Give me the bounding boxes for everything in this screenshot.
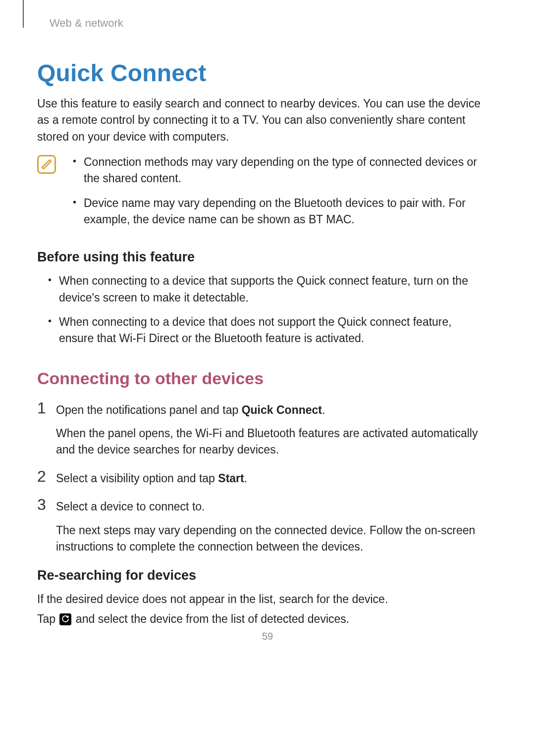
page-title: Quick Connect <box>37 59 485 87</box>
step-number: 1 <box>37 400 49 416</box>
step-number: 3 <box>37 497 49 512</box>
step-text-post: . <box>322 403 325 416</box>
before-heading: Before using this feature <box>37 250 485 265</box>
before-list: When connecting to a device that support… <box>46 273 485 347</box>
crop-mark <box>23 0 24 28</box>
page-number: 59 <box>0 631 535 642</box>
step-follow: When the panel opens, the Wi-Fi and Blue… <box>56 425 485 458</box>
step-text: Open the notifications panel and tap Qui… <box>56 402 485 418</box>
research-p2-post: and select the device from the list of d… <box>72 612 349 625</box>
breadcrumb: Web & network <box>50 17 485 30</box>
step-2: 2 Select a visibility option and tap Sta… <box>37 470 485 487</box>
page-content: Web & network Quick Connect Use this fea… <box>0 0 535 627</box>
step-body: Select a device to connect to. The next … <box>56 499 485 555</box>
note-block: Connection methods may vary depending on… <box>37 154 485 236</box>
step-text: Select a visibility option and tap Start… <box>56 470 485 487</box>
step-follow: The next steps may vary depending on the… <box>56 522 485 555</box>
step-text-bold: Start <box>218 472 244 485</box>
step-text-pre: Select a visibility option and tap <box>56 472 218 485</box>
step-body: Select a visibility option and tap Start… <box>56 470 485 487</box>
refresh-icon <box>59 613 71 625</box>
note-icon <box>37 155 56 174</box>
research-heading: Re-searching for devices <box>37 568 485 583</box>
step-text: Select a device to connect to. <box>56 499 485 515</box>
note-item: Device name may vary depending on the Bl… <box>71 195 485 228</box>
before-item: When connecting to a device that does no… <box>46 314 485 347</box>
intro-paragraph: Use this feature to easily search and co… <box>37 96 485 145</box>
research-p2-pre: Tap <box>37 612 58 625</box>
research-p2: Tap and select the device from the list … <box>37 611 485 627</box>
step-3: 3 Select a device to connect to. The nex… <box>37 499 485 555</box>
step-body: Open the notifications panel and tap Qui… <box>56 402 485 458</box>
step-text-post: . <box>244 472 247 485</box>
step-text-bold: Quick Connect <box>242 403 322 416</box>
connecting-heading: Connecting to other devices <box>37 369 485 388</box>
step-text-pre: Open the notifications panel and tap <box>56 403 242 416</box>
step-number: 2 <box>37 468 49 484</box>
note-list: Connection methods may vary depending on… <box>71 154 485 236</box>
step-text-pre: Select a device to connect to. <box>56 500 205 513</box>
step-1: 1 Open the notifications panel and tap Q… <box>37 402 485 458</box>
research-p1: If the desired device does not appear in… <box>37 591 485 607</box>
note-item: Connection methods may vary depending on… <box>71 154 485 187</box>
before-item: When connecting to a device that support… <box>46 273 485 306</box>
